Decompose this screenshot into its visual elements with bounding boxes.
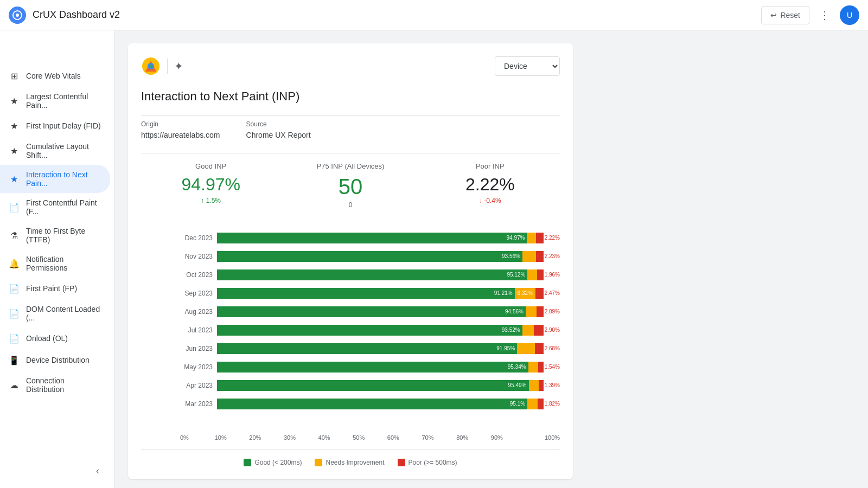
sidebar-icon-connection-distribution: ☁	[9, 380, 20, 390]
bar-month-label-4: Aug 2023	[180, 306, 217, 317]
header-divider	[167, 59, 168, 74]
sidebar-icon-time-to-first-byte: ⚗	[9, 230, 20, 241]
bar-row-8: Apr 202395.49%1.39%	[180, 378, 560, 393]
bar-good-label-6: 91.95%	[496, 345, 517, 351]
metric-card: ✦ DevicePhoneDesktopTablet Interaction t…	[128, 43, 573, 479]
sidebar-icon-cumulative-layout-shift: ★	[9, 145, 20, 156]
bar-track-4: 94.56%2.09%	[217, 306, 560, 317]
bar-month-label-7: May 2023	[180, 362, 217, 373]
bar-good-7: 95.34%	[217, 362, 528, 373]
good-inp-stat: Good INP 94.97% ↑ 1.5%	[141, 162, 280, 209]
sidebar-icon-first-paint: 📄	[9, 283, 20, 294]
meta-row: Origin https://aureatelabs.com Source Ch…	[141, 115, 560, 140]
bar-track-8: 95.49%1.39%	[217, 380, 560, 391]
bar-needs-3: 6.32%	[515, 288, 535, 299]
sidebar-item-dom-content-loaded[interactable]: 📄 DOM Content Loaded (...	[0, 299, 110, 328]
crux-logo-icon	[141, 56, 161, 76]
sidebar-label-core-web-vitals: Core Web Vitals	[26, 72, 81, 80]
avatar[interactable]: U	[840, 5, 859, 25]
legend-label-0: Good (< 200ms)	[254, 459, 302, 466]
sidebar-item-notification-permissions[interactable]: 🔔 Notification Permissions	[0, 249, 110, 278]
good-inp-label: Good INP	[141, 162, 280, 170]
bar-good-label-5: 93.52%	[502, 327, 522, 333]
source-label: Source	[246, 120, 311, 128]
sidebar-item-onload[interactable]: 📄 Onload (OL)	[0, 328, 110, 349]
p75-inp-stat: P75 INP (All Devices) 50 0	[280, 162, 420, 209]
bar-track-5: 93.52%2.90%	[217, 325, 560, 336]
stats-row: Good INP 94.97% ↑ 1.5% P75 INP (All Devi…	[141, 153, 560, 217]
sidebar-item-first-contentful-paint[interactable]: 📄 First Contentful Paint (F...	[0, 193, 110, 221]
sidebar-item-connection-distribution[interactable]: ☁ Connection Distribution	[0, 371, 110, 399]
chart-container: Dec 202394.97%2.22%Nov 202393.56%2.23%Oc…	[141, 230, 560, 441]
bar-good-3: 91.21%	[217, 288, 515, 299]
bar-needs-label-3: 6.32%	[518, 290, 533, 296]
legend-dot-1	[315, 459, 322, 466]
card-title: Interaction to Next Paint (INP)	[141, 89, 560, 105]
bar-poor-label-4: 2.09%	[545, 309, 560, 314]
sidebar-label-onload: Onload (OL)	[26, 334, 68, 343]
reset-label: Reset	[780, 11, 800, 20]
more-options-button[interactable]: ⋮	[814, 4, 835, 26]
sidebar-item-device-distribution[interactable]: 📱 Device Distribution	[0, 349, 110, 371]
sidebar-label-first-contentful-paint: First Contentful Paint (F...	[26, 198, 101, 216]
legend-dot-0	[244, 459, 251, 466]
sidebar-item-cumulative-layout-shift[interactable]: ★ Cumulative Layout Shift...	[0, 137, 110, 165]
sidebar-label-largest-contentful-paint: Largest Contentful Pain...	[26, 92, 101, 110]
source-value: Chrome UX Report	[246, 131, 311, 139]
device-select[interactable]: DevicePhoneDesktopTablet	[495, 56, 560, 76]
sidebar-item-first-input-delay[interactable]: ★ First Input Delay (FID)	[0, 115, 110, 137]
bar-track-6: 91.95%2.68%	[217, 343, 560, 354]
sidebar-item-first-paint[interactable]: 📄 First Paint (FP)	[0, 278, 110, 299]
bar-track-9: 95.1%1.82%	[217, 399, 560, 409]
bar-row-9: Mar 202395.1%1.82%	[180, 396, 560, 412]
sidebar-item-largest-contentful-paint[interactable]: ★ Largest Contentful Pain...	[0, 87, 110, 115]
sidebar-icon-dom-content-loaded: 📄	[9, 308, 20, 319]
bar-poor-label-0: 2.22%	[545, 235, 560, 241]
bar-good-label-3: 91.21%	[494, 290, 515, 296]
x-tick-7: 70%	[422, 434, 456, 441]
legend-dot-2	[398, 459, 405, 466]
p75-inp-change: 0	[280, 201, 420, 209]
bar-good-1: 93.56%	[217, 251, 522, 262]
bar-poor-5	[534, 325, 543, 336]
bar-track-1: 93.56%2.23%	[217, 251, 560, 262]
sidebar-icon-first-input-delay: ★	[9, 120, 20, 131]
sidebar-label-connection-distribution: Connection Distribution	[26, 376, 101, 394]
bar-row-5: Jul 202393.52%2.90%	[180, 323, 560, 338]
bar-good-label-2: 95.12%	[507, 272, 527, 278]
bar-poor-4	[537, 306, 544, 317]
bar-good-label-4: 94.56%	[505, 309, 526, 314]
bar-good-label-1: 93.56%	[502, 253, 522, 259]
source-meta: Source Chrome UX Report	[246, 120, 311, 140]
bar-poor-label-7: 1.54%	[545, 364, 560, 370]
sidebar-item-interaction-to-next-paint[interactable]: ★ Interaction to Next Pain...	[0, 165, 110, 193]
legend-label-1: Needs Improvement	[326, 459, 384, 466]
bar-row-6: Jun 202391.95%2.68%	[180, 341, 560, 356]
reset-button[interactable]: ↩ Reset	[761, 6, 809, 24]
bar-needs-1	[522, 251, 536, 262]
legend-item-2: Poor (>= 500ms)	[398, 459, 457, 466]
sidebar-item-core-web-vitals[interactable]: ⊞ Core Web Vitals	[0, 65, 110, 87]
collapse-sidebar-button[interactable]: ‹	[89, 462, 106, 479]
sidebar-label-dom-content-loaded: DOM Content Loaded (...	[26, 305, 101, 322]
sidebar-icon-largest-contentful-paint: ★	[9, 95, 20, 106]
reset-icon: ↩	[770, 11, 777, 20]
bar-good-0: 94.97%	[217, 233, 527, 243]
x-tick-1: 10%	[215, 434, 250, 441]
sidebar-item-time-to-first-byte[interactable]: ⚗ Time to First Byte (TTFB)	[0, 221, 110, 249]
app-logo	[9, 7, 26, 24]
bar-poor-7	[538, 362, 543, 373]
sidebar-icon-notification-permissions: 🔔	[9, 258, 20, 269]
sidebar-icon-onload: 📄	[9, 333, 20, 344]
x-tick-2: 20%	[249, 434, 284, 441]
sidebar-icon-core-web-vitals: ⊞	[9, 70, 20, 81]
chart-area: Dec 202394.97%2.22%Nov 202393.56%2.23%Oc…	[141, 230, 560, 432]
bar-poor-2	[537, 269, 544, 280]
bar-needs-9	[527, 399, 538, 409]
x-tick-6: 60%	[387, 434, 422, 441]
poor-inp-value: 2.22%	[420, 175, 560, 195]
bar-row-3: Sep 202391.21%6.32%2.47%	[180, 286, 560, 301]
bar-row-2: Oct 202395.12%1.96%	[180, 267, 560, 282]
bar-row-4: Aug 202394.56%2.09%	[180, 304, 560, 319]
bar-good-label-8: 95.49%	[508, 382, 529, 388]
